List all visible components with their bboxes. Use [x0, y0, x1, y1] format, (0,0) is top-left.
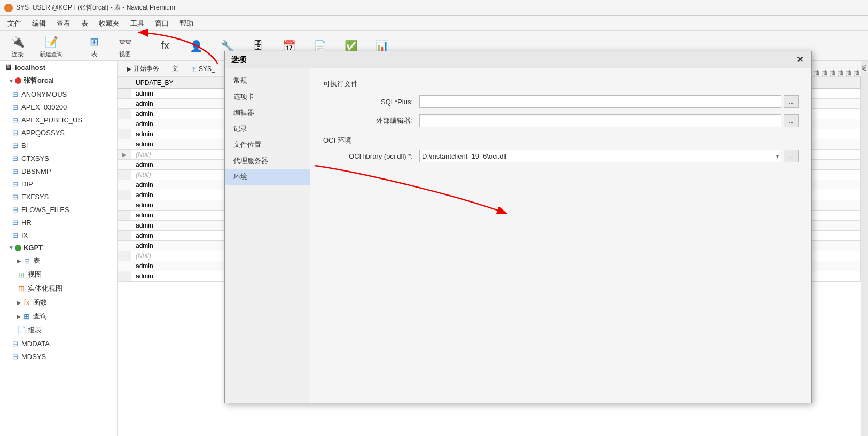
sidebar-item-dip[interactable]: ⊞ DIP	[0, 177, 117, 190]
row-marker: ▶	[118, 150, 131, 160]
sqlplus-input[interactable]	[419, 95, 781, 108]
window-title: SYS_USER @KGPT (张哲orcal) - 表 - Navicat P…	[16, 3, 175, 12]
nav-item-file-location[interactable]: 文件位置	[225, 137, 310, 153]
row-marker	[118, 231, 131, 241]
db-icon-bi: ⊞	[11, 141, 19, 150]
new-query-icon: 📝	[43, 33, 60, 50]
row-marker	[118, 180, 131, 190]
right-panel-label: W抽抽抽抽抽抽	[861, 61, 868, 75]
menu-tools[interactable]: 工具	[125, 17, 150, 30]
db-icon-hr: ⊞	[11, 218, 19, 227]
nav-item-general[interactable]: 常规	[225, 73, 310, 89]
db-status-dot-red	[15, 77, 21, 84]
menu-bar: 文件 编辑 查看 表 收藏夹 工具 窗口 帮助	[0, 16, 868, 31]
sidebar-item-mddata[interactable]: ⊞ MDDATA	[0, 337, 117, 350]
dialog-nav: 常规 选项卡 编辑器 记录 文件位置 代理服务器 环境	[225, 68, 310, 403]
oci-lib-label: OCI library (oci.dll) *:	[323, 152, 419, 160]
row-marker	[118, 251, 131, 261]
start-transaction-button[interactable]: ▶ 开始事务	[122, 63, 164, 75]
options-dialog[interactable]: 选项 ✕ 常规 选项卡 编辑器 记录 文件位置 代理服务器 环境 可执行文件 S…	[224, 51, 812, 403]
function-button[interactable]: fx	[152, 35, 178, 57]
nav-item-editor[interactable]: 编辑器	[225, 105, 310, 121]
sidebar-item-localhost[interactable]: 🖥 localhost	[0, 61, 117, 74]
sidebar-item-appqossys[interactable]: ⊞ APPQOSSYS	[0, 126, 117, 139]
dialog-close-button[interactable]: ✕	[794, 54, 805, 65]
nav-item-proxy[interactable]: 代理服务器	[225, 153, 310, 169]
exec-files-title: 可执行文件	[323, 79, 799, 89]
table-button[interactable]: ⊞ 表	[81, 31, 107, 60]
function-icon: fx	[157, 37, 174, 54]
nav-item-tabs[interactable]: 选项卡	[225, 89, 310, 105]
sidebar-item-kgpt-view[interactable]: ⊞ 视图	[0, 268, 117, 282]
sidebar-item-exfsys[interactable]: ⊞ EXFSYS	[0, 190, 117, 203]
menu-edit[interactable]: 编辑	[27, 17, 51, 30]
sidebar-item-kgpt-query[interactable]: ▶ ⊞ 查询	[0, 309, 117, 323]
table-icon-kgpt: ⊞	[22, 256, 31, 265]
nav-item-record[interactable]: 记录	[225, 121, 310, 137]
db-icon-anonymous: ⊞	[11, 90, 19, 98]
sidebar-item-apex030200[interactable]: ⊞ APEX_030200	[0, 100, 117, 113]
expand-icon-query: ▶	[17, 314, 21, 320]
menu-favorites[interactable]: 收藏夹	[93, 17, 125, 30]
sidebar-item-ix[interactable]: ⊞ IX	[0, 229, 117, 242]
db-icon-ix: ⊞	[11, 231, 19, 239]
right-panel: W抽抽抽抽抽抽	[861, 61, 868, 436]
sidebar-item-ctxsys[interactable]: ⊞ CTXSYS	[0, 152, 117, 165]
external-editor-label: 外部编辑器:	[323, 116, 419, 126]
oci-lib-field: OCI library (oci.dll) *: D:\instantclien…	[323, 150, 799, 162]
connect-button[interactable]: 🔌 连接	[4, 31, 31, 60]
expand-icon-func: ▶	[17, 300, 21, 306]
sidebar-item-anonymous[interactable]: ⊞ ANONYMOUS	[0, 88, 117, 100]
title-bar: SYS_USER @KGPT (张哲orcal) - 表 - Navicat P…	[0, 0, 868, 16]
menu-window[interactable]: 窗口	[150, 17, 174, 30]
menu-help[interactable]: 帮助	[174, 17, 199, 30]
user-button[interactable]: 👤	[183, 35, 209, 57]
sys-button[interactable]: ⊞ SYS_	[186, 64, 220, 74]
sidebar-item-flows[interactable]: ⊞ FLOWS_FILES	[0, 203, 117, 216]
row-marker	[118, 99, 131, 109]
expand-icon-zhangorcal: ▼	[9, 78, 14, 84]
db-icon-dip: ⊞	[11, 180, 19, 188]
row-marker	[118, 109, 131, 119]
start-transaction-icon: ▶	[127, 65, 131, 73]
func-icon-kgpt: fx	[22, 298, 31, 307]
sidebar: 🖥 localhost ▼ 张哲orcal ⊞ ANONYMOUS ⊞ APEX…	[0, 61, 118, 436]
text-button[interactable]: 文	[167, 63, 183, 75]
sidebar-item-dbsnmp[interactable]: ⊞ DBSNMP	[0, 165, 117, 177]
sidebar-item-hr[interactable]: ⊞ HR	[0, 216, 117, 229]
sidebar-item-kgpt-matview[interactable]: ⊞ 实体化视图	[0, 282, 117, 295]
sidebar-item-kgpt-func[interactable]: ▶ fx 函数	[0, 295, 117, 309]
sidebar-item-mdsys[interactable]: ⊞ MDSYS	[0, 350, 117, 363]
row-marker	[118, 119, 131, 129]
query-icon-kgpt: ⊞	[22, 312, 31, 321]
sidebar-item-bi[interactable]: ⊞ BI	[0, 139, 117, 152]
sidebar-item-apexpublic[interactable]: ⊞ APEX_PUBLIC_US	[0, 113, 117, 126]
db-icon-mddata: ⊞	[11, 339, 19, 348]
dialog-content: 可执行文件 SQL*Plus: ... 外部编辑器: ... OCI 环境 OC…	[310, 68, 811, 403]
sidebar-item-zhangorcal[interactable]: ▼ 张哲orcal	[0, 74, 117, 88]
app-icon	[4, 4, 13, 12]
nav-item-environment[interactable]: 环境	[225, 169, 310, 185]
row-marker	[118, 89, 131, 99]
menu-file[interactable]: 文件	[2, 17, 27, 30]
external-editor-input[interactable]	[419, 114, 781, 127]
oci-lib-dropdown-arrow: ▾	[776, 153, 779, 159]
external-editor-field: 外部编辑器: ...	[323, 114, 799, 127]
new-query-button[interactable]: 📝 新建查询	[35, 31, 67, 60]
report-icon-kgpt: 📄	[17, 326, 26, 334]
row-marker	[118, 261, 131, 271]
oci-lib-browse-button[interactable]: ...	[784, 150, 799, 162]
external-editor-browse-button[interactable]: ...	[784, 114, 799, 127]
sidebar-item-kgpt[interactable]: ▼ KGPT	[0, 242, 117, 254]
sidebar-item-kgpt-report[interactable]: 📄 报表	[0, 323, 117, 337]
user-icon: 👤	[187, 37, 205, 54]
sqlplus-browse-button[interactable]: ...	[784, 95, 799, 108]
menu-table[interactable]: 表	[76, 17, 93, 30]
sidebar-item-kgpt-table[interactable]: ▶ ⊞ 表	[0, 254, 117, 268]
server-icon: 🖥	[4, 63, 13, 72]
oci-lib-select[interactable]: D:\instantclient_19_6\oci.dll ▾	[419, 150, 781, 162]
sqlplus-label: SQL*Plus:	[323, 98, 419, 106]
menu-view[interactable]: 查看	[51, 17, 76, 30]
db-icon-mdsys: ⊞	[11, 352, 19, 361]
view-button[interactable]: 👓 视图	[112, 31, 138, 60]
